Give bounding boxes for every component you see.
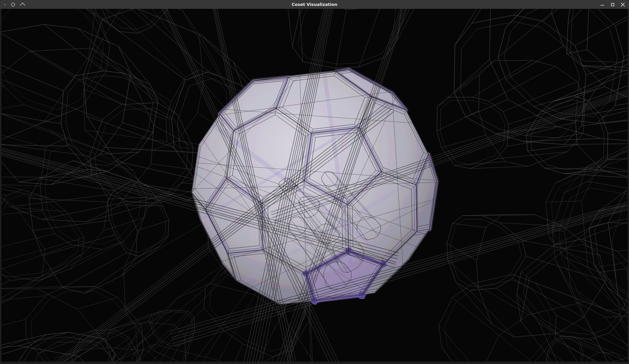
circle-icon[interactable] bbox=[11, 3, 15, 7]
maximize-icon bbox=[611, 3, 614, 6]
window-title: Coset Visualization bbox=[292, 0, 337, 9]
window-titlebar[interactable]: Coset Visualization bbox=[0, 0, 629, 9]
visualization-viewport[interactable] bbox=[0, 9, 629, 364]
chevron-up-icon[interactable] bbox=[20, 3, 26, 8]
close-button[interactable] bbox=[620, 1, 626, 8]
dot-icon bbox=[4, 4, 6, 5]
window-controls bbox=[599, 0, 626, 9]
close-icon bbox=[620, 2, 625, 7]
maximize-button[interactable] bbox=[609, 1, 616, 8]
minimize-icon bbox=[601, 5, 604, 6]
app-window: Coset Visualization bbox=[0, 0, 629, 364]
coset-3d-scene[interactable] bbox=[1, 9, 628, 362]
titlebar-left-icons bbox=[4, 0, 25, 9]
minimize-button[interactable] bbox=[599, 1, 605, 8]
